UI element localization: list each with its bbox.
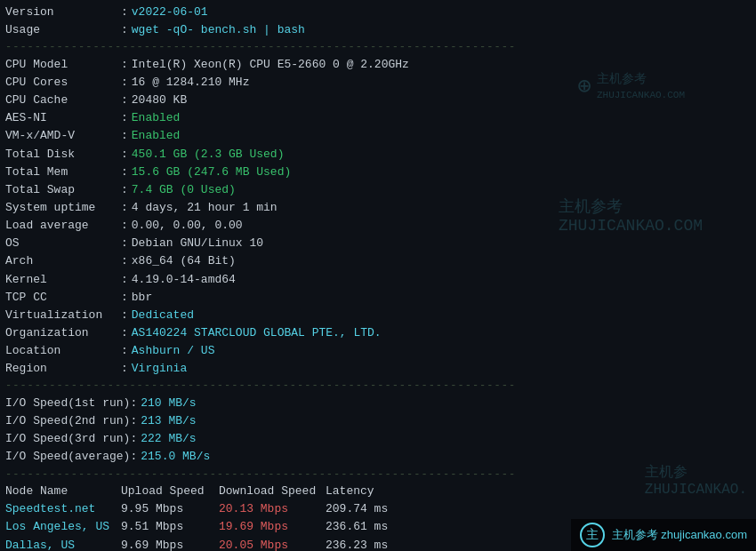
watermark-logo: 主: [580, 523, 605, 547]
io3-label: I/O Speed(3rd run): [5, 430, 130, 448]
uptime-line: System uptime : 4 days, 21 hour 1 min: [5, 199, 751, 217]
io2-label: I/O Speed(2nd run): [5, 412, 130, 430]
io3-value: 222 MB/s: [141, 430, 196, 448]
os-label: OS: [5, 235, 121, 252]
load-label: Load average: [5, 217, 121, 235]
virt-label: Virtualization: [5, 307, 121, 324]
os-value: Debian GNU/Linux 10: [132, 235, 263, 252]
org-line: Organization : AS140224 STARCLOUD GLOBAL…: [5, 324, 751, 342]
separator-1: ----------------------------------------…: [5, 39, 751, 56]
latency: 236.61 ms: [326, 518, 388, 536]
watermark-bottom-bar: 主 主机参考 zhujicankao.com: [571, 519, 756, 551]
total-mem-value: 15.6 GB (247.6 MB Used): [132, 164, 291, 181]
org-value: AS140224 STARCLOUD GLOBAL PTE., LTD.: [132, 324, 382, 342]
vm-amd-value: Enabled: [132, 127, 181, 145]
io1-label: I/O Speed(1st run): [5, 395, 130, 412]
arch-value: x86_64 (64 Bit): [132, 252, 236, 270]
location-value: Ashburn / US: [132, 342, 215, 360]
cpu-cores-line: CPU Cores : 16 @ 1284.210 MHz: [5, 74, 751, 92]
latency: 209.74 ms: [326, 500, 388, 518]
watermark-bottom-text: 主机参考 zhujicankao.com: [612, 527, 747, 543]
node-name: Los Angeles, US: [5, 518, 121, 536]
version-line: Version : v2022-06-01: [5, 4, 751, 21]
io1-value: 210 MB/s: [141, 395, 196, 412]
separator-2: ----------------------------------------…: [5, 378, 751, 395]
kernel-value: 4.19.0-14-amd64: [132, 271, 236, 289]
tcp-label: TCP CC: [5, 289, 121, 307]
total-disk-value: 450.1 GB (2.3 GB Used): [132, 146, 285, 164]
io-avg-label: I/O Speed(average): [5, 448, 130, 466]
total-disk-line: Total Disk : 450.1 GB (2.3 GB Used): [5, 146, 751, 164]
col-upload-header: Upload Speed: [121, 483, 219, 500]
table-row: Speedtest.net9.95 Mbps20.13 Mbps209.74 m…: [5, 500, 751, 518]
cpu-cache-line: CPU Cache : 20480 KB: [5, 92, 751, 109]
cpu-model-value: Intel(R) Xeon(R) CPU E5-2660 0 @ 2.20GHz: [132, 56, 409, 74]
cpu-model-line: CPU Model : Intel(R) Xeon(R) CPU E5-2660…: [5, 56, 751, 74]
download-speed: 20.13 Mbps: [219, 500, 326, 518]
io2-value: 213 MB/s: [141, 412, 196, 430]
cpu-cores-label: CPU Cores: [5, 74, 121, 92]
org-label: Organization: [5, 324, 121, 342]
cpu-cores-value: 16 @ 1284.210 MHz: [132, 74, 250, 92]
node-name: Speedtest.net: [5, 500, 121, 518]
col-latency-header: Latency: [326, 483, 374, 500]
kernel-line: Kernel : 4.19.0-14-amd64: [5, 271, 751, 289]
virt-line: Virtualization : Dedicated: [5, 307, 751, 324]
total-disk-label: Total Disk: [5, 146, 121, 164]
load-value: 0.00, 0.00, 0.00: [132, 217, 243, 235]
aes-ni-label: AES-NI: [5, 109, 121, 127]
total-swap-value: 7.4 GB (0 Used): [132, 181, 236, 199]
uptime-label: System uptime: [5, 199, 121, 217]
total-mem-label: Total Mem: [5, 164, 121, 181]
vm-amd-label: VM-x/AMD-V: [5, 127, 121, 145]
io3-line: I/O Speed(3rd run) : 222 MB/s: [5, 430, 751, 448]
latency: 236.23 ms: [326, 537, 388, 551]
download-speed: 20.05 Mbps: [219, 537, 326, 551]
region-line: Region : Virginia: [5, 360, 751, 378]
tcp-line: TCP CC : bbr: [5, 289, 751, 307]
upload-speed: 9.69 Mbps: [121, 537, 219, 551]
io1-line: I/O Speed(1st run) : 210 MB/s: [5, 395, 751, 412]
location-line: Location : Ashburn / US: [5, 342, 751, 360]
aes-ni-line: AES-NI : Enabled: [5, 109, 751, 127]
version-label: Version: [5, 4, 121, 21]
total-swap-label: Total Swap: [5, 181, 121, 199]
virt-value: Dedicated: [132, 307, 194, 324]
os-line: OS : Debian GNU/Linux 10: [5, 235, 751, 252]
usage-line: Usage : wget -qO- bench.sh | bash: [5, 21, 751, 39]
node-name: Dallas, US: [5, 537, 121, 551]
terminal-output: Version : v2022-06-01 Usage : wget -qO- …: [0, 0, 756, 551]
usage-value: wget -qO- bench.sh | bash: [132, 21, 305, 39]
arch-label: Arch: [5, 252, 121, 270]
cpu-cache-label: CPU Cache: [5, 92, 121, 109]
io2-line: I/O Speed(2nd run) : 213 MB/s: [5, 412, 751, 430]
vm-amd-line: VM-x/AMD-V : Enabled: [5, 127, 751, 145]
uptime-value: 4 days, 21 hour 1 min: [132, 199, 277, 217]
cpu-model-label: CPU Model: [5, 56, 121, 74]
speed-table-header: Node Name Upload Speed Download Speed La…: [5, 483, 751, 500]
region-value: Virginia: [132, 360, 187, 378]
separator-3: ----------------------------------------…: [5, 467, 751, 483]
version-value: v2022-06-01: [132, 4, 208, 21]
total-mem-line: Total Mem : 15.6 GB (247.6 MB Used): [5, 164, 751, 181]
kernel-label: Kernel: [5, 271, 121, 289]
load-line: Load average : 0.00, 0.00, 0.00: [5, 217, 751, 235]
col-download-header: Download Speed: [219, 483, 326, 500]
location-label: Location: [5, 342, 121, 360]
io-avg-value: 215.0 MB/s: [141, 448, 210, 466]
usage-label: Usage: [5, 21, 121, 39]
upload-speed: 9.51 Mbps: [121, 518, 219, 536]
io-avg-line: I/O Speed(average) : 215.0 MB/s: [5, 448, 751, 466]
cpu-cache-value: 20480 KB: [132, 92, 187, 109]
download-speed: 19.69 Mbps: [219, 518, 326, 536]
arch-line: Arch : x86_64 (64 Bit): [5, 252, 751, 270]
aes-ni-value: Enabled: [132, 109, 181, 127]
col-node-header: Node Name: [5, 483, 121, 500]
tcp-value: bbr: [132, 289, 152, 307]
total-swap-line: Total Swap : 7.4 GB (0 Used): [5, 181, 751, 199]
upload-speed: 9.95 Mbps: [121, 500, 219, 518]
region-label: Region: [5, 360, 121, 378]
